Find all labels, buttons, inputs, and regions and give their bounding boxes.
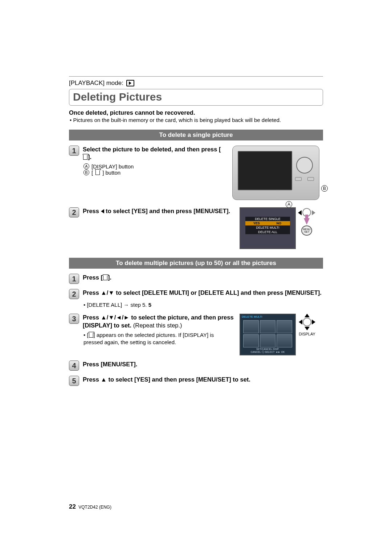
s2-step2-text: Press ▲/▼ to select [DELETE MULTI] or [D…	[83, 289, 323, 297]
display-label: DISPLAY	[299, 332, 315, 336]
step-marker-1: 1	[69, 274, 79, 284]
s2-step3: 3 Press ▲/▼/◄/► to select the picture, a…	[69, 314, 234, 329]
triangle-left-icon	[101, 209, 104, 213]
thumbnail	[243, 334, 259, 347]
text: Select the picture to be deleted, and th…	[83, 146, 221, 152]
callout-b: B	[321, 185, 328, 192]
step-marker-3: 3	[69, 314, 79, 324]
divider-top	[69, 76, 323, 77]
s1-step2-wrap: 2 Press to select [YES] and then press […	[69, 207, 323, 249]
camera-illustration-wrap: A B	[229, 146, 323, 200]
s2-step1-text: Press [].	[83, 274, 323, 281]
menu-set-button-icon: MENU/SET	[301, 225, 312, 236]
dpad-4way-icon: DISPLAY	[299, 314, 315, 336]
step-marker-4: 4	[69, 360, 79, 371]
doc-code: VQT2D42 (ENG)	[78, 505, 111, 510]
manual-page: [PLAYBACK] mode: Deleting Pictures Once …	[0, 0, 392, 554]
label-a-icon: A	[83, 163, 89, 169]
step-marker-2: 2	[69, 289, 79, 299]
trash-icon	[89, 333, 93, 338]
s1-step2-graphic: DELETE SINGLE YESNO DELETE MULTI DELETE …	[240, 207, 323, 249]
s1-step1-sublist: A[DISPLAY] button B[] button	[83, 163, 223, 176]
s2-step2: 2 Press ▲/▼ to select [DELETE MULTI] or …	[69, 289, 323, 299]
mode-row: [PLAYBACK] mode:	[69, 79, 323, 89]
camera-controls	[295, 157, 314, 190]
title-box: Deleting Pictures	[69, 89, 323, 106]
s2-step4-text: Press [MENU/SET].	[83, 360, 323, 368]
text: [	[91, 170, 93, 176]
text: Press	[83, 208, 101, 214]
text: ] button	[102, 170, 121, 176]
thumbnail	[277, 334, 292, 347]
menu-item: DELETE SINGLE	[245, 217, 290, 221]
warning-bold: Once deleted, pictures cannot be recover…	[69, 109, 323, 116]
menu-item: DELETE ALL	[245, 230, 290, 234]
s1-step1-text: Select the picture to be deleted, and th…	[83, 146, 223, 161]
s2-step3-graphic: DELETE MULTI SET/CANCEL DISP. CANCEL ⓘ S…	[240, 314, 323, 355]
section1-heading: To delete a single picture	[69, 130, 323, 140]
delete-button-illus	[307, 177, 314, 181]
menu-item: DELETE MULTI	[245, 225, 290, 230]
trash-icon	[103, 276, 107, 280]
step-marker-5: 5	[69, 376, 79, 386]
text: DELETE MULTI	[242, 315, 262, 318]
menu-item-yes-no: YESNO	[245, 221, 290, 225]
s2-step4: 4 Press [MENU/SET].	[69, 360, 323, 371]
section2-heading: To delete multiple pictures (up to 50) o…	[69, 258, 323, 269]
page-footer: 22 VQT2D42 (ENG)	[69, 503, 111, 510]
text: [DISPLAY] button	[91, 163, 134, 170]
page-number: 22	[69, 503, 76, 510]
s2-step3-note: • [] appears on the selected pictures. I…	[83, 331, 234, 346]
s2-step1: 1 Press [].	[69, 274, 323, 284]
s2-step5-text: Press ▲ to select [YES] and then press […	[83, 376, 323, 383]
text: Press [	[83, 274, 103, 281]
s1-step2: 2 Press to select [YES] and then press […	[69, 207, 234, 217]
arrow-down-icon	[304, 218, 310, 225]
dpad-icon	[296, 157, 313, 174]
thumbnail	[260, 334, 275, 347]
nav-hint: MENU/SET	[299, 207, 315, 236]
step-marker-1: 1	[69, 146, 79, 156]
label-b-icon: B	[83, 170, 89, 175]
camera-screen	[238, 151, 292, 190]
text: to select [YES] and then press [MENU/SET…	[104, 208, 230, 214]
s1-step1: 1 Select the picture to be deleted, and …	[69, 146, 223, 161]
playback-icon	[126, 80, 134, 86]
section1-step1-wrap: 1 Select the picture to be deleted, and …	[69, 146, 323, 200]
trash-icon	[83, 155, 87, 160]
lcd-screenshot-multi-select: DELETE MULTI SET/CANCEL DISP. CANCEL ⓘ S…	[240, 314, 296, 355]
callout-a: A	[286, 201, 292, 208]
thumbnail	[260, 320, 275, 333]
trash-icon	[95, 170, 100, 175]
footer-text: SET/CANCEL DISP. CANCEL ⓘ SELECT ◄► OK	[242, 348, 294, 354]
section1-left: 1 Select the picture to be deleted, and …	[69, 146, 223, 200]
s2-step5: 5 Press ▲ to select [YES] and then press…	[69, 376, 323, 386]
step-marker-2: 2	[69, 207, 79, 217]
camera-illustration: A B	[232, 146, 319, 200]
display-button-illus	[295, 177, 302, 181]
page-title: Deleting Pictures	[73, 91, 319, 103]
mode-label: [PLAYBACK] mode:	[69, 80, 123, 87]
s1-step2-text: Press to select [YES] and then press [ME…	[83, 207, 234, 215]
s2-step3-wrap: 3 Press ▲/▼/◄/► to select the picture, a…	[69, 314, 323, 355]
warning-sub: • Pictures on the built-in memory or the…	[70, 117, 323, 123]
thumbnail	[243, 320, 259, 333]
s2-step2-note: • [DELETE ALL] → step 5. 5	[83, 301, 323, 309]
s2-step3-text: Press ▲/▼/◄/► to select the picture, and…	[83, 314, 234, 329]
thumbnail	[277, 320, 292, 333]
lcd-screenshot-delete-menu: DELETE SINGLE YESNO DELETE MULTI DELETE …	[240, 207, 296, 249]
